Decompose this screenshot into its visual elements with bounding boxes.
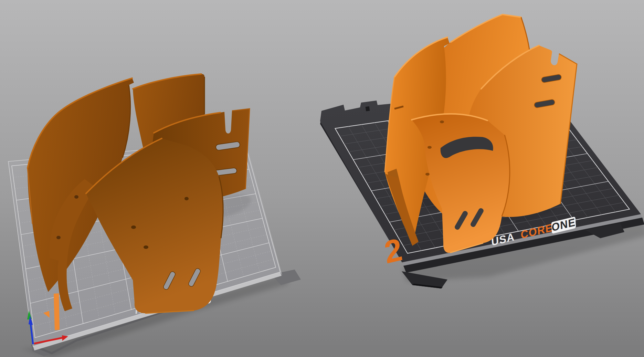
- strip-hole: [74, 195, 78, 199]
- slicer-3d-scene[interactable]: RUSA CORE ONE: [0, 0, 644, 357]
- ramp-screw-hole: [144, 245, 148, 249]
- ramp-screw-hole: [425, 173, 430, 176]
- slicer-viewport[interactable]: RUSA CORE ONE: [0, 0, 644, 357]
- ramp-screw-hole: [427, 146, 432, 149]
- plate-number-1-partial: [54, 293, 60, 330]
- plate-2-back-tab-hole: [366, 106, 370, 111]
- strip-hole: [56, 236, 61, 239]
- ramp-screw-hole: [184, 197, 189, 200]
- ramp-screw-hole: [440, 120, 444, 123]
- ramp-screw-hole: [131, 225, 136, 229]
